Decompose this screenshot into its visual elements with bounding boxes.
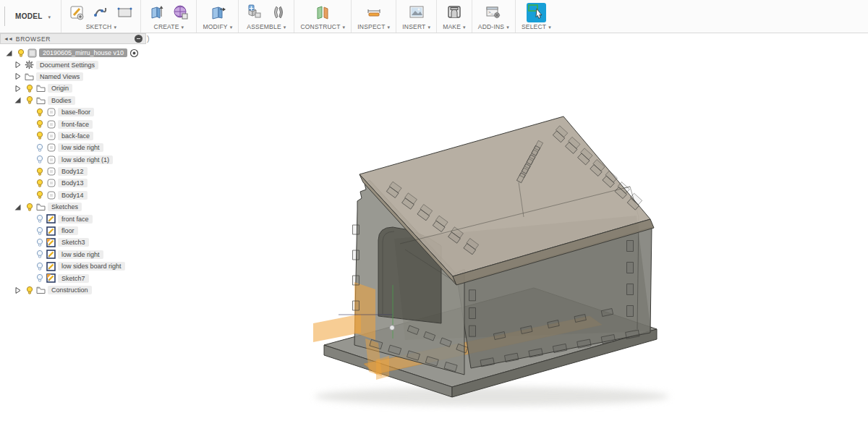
toolbar-group-assemble: ASSEMBLE xyxy=(238,0,294,33)
origin-point[interactable] xyxy=(390,326,395,331)
top-toolbar: MODEL SKETCHCREATEMODIFYASSEMBLECONSTRUC… xyxy=(0,0,868,33)
workspace-dropdown[interactable]: MODEL xyxy=(8,0,61,33)
chevron-down-icon xyxy=(228,23,233,30)
chevron-down-icon xyxy=(461,23,466,30)
attached-canvas-icon[interactable] xyxy=(407,3,426,22)
toolbar-group-construct: CONSTRUCT xyxy=(294,0,351,33)
spline-icon[interactable] xyxy=(91,3,111,22)
viewport-canvas[interactable] xyxy=(0,33,868,434)
construction-plane-icon[interactable] xyxy=(313,3,333,22)
extrude-icon[interactable] xyxy=(147,3,166,22)
press-pull-icon[interactable] xyxy=(208,3,227,22)
toolbar-group-label-assemble[interactable]: ASSEMBLE xyxy=(247,23,286,30)
toolbar-group-sketch: SKETCH xyxy=(61,0,140,33)
three-d-print-icon[interactable] xyxy=(445,3,464,22)
workspace-label: MODEL xyxy=(15,12,43,20)
toolbar-group-label-select[interactable]: SELECT xyxy=(522,23,551,30)
toolbar-group-create: CREATE xyxy=(140,0,196,33)
toolbar-group-label-make[interactable]: MAKE xyxy=(443,23,466,30)
toolbar-group-add-ins: >_ADD-INS xyxy=(472,0,515,33)
toolbar-group-label-inspect[interactable]: INSPECT xyxy=(357,23,390,30)
create-sketch-icon[interactable] xyxy=(67,3,87,22)
ground-shadow xyxy=(315,387,669,406)
chevron-down-icon xyxy=(386,23,391,30)
rectangle-icon[interactable] xyxy=(115,3,135,22)
chevron-down-icon xyxy=(504,23,509,30)
chevron-down-icon xyxy=(179,23,184,30)
scripts-addins-icon[interactable]: >_ xyxy=(484,3,503,22)
toolbar-left-divider xyxy=(4,7,5,26)
chevron-down-icon xyxy=(46,12,51,20)
toolbar-group-make: MAKE xyxy=(436,0,472,33)
toolbar-group-label-create[interactable]: CREATE xyxy=(154,23,184,30)
chevron-down-icon xyxy=(546,23,551,30)
toolbar-group-insert: INSERT xyxy=(396,0,436,33)
chevron-down-icon xyxy=(341,23,346,30)
toolbar-group-label-sketch[interactable]: SKETCH xyxy=(86,23,116,30)
new-component-icon[interactable] xyxy=(244,3,264,22)
chevron-down-icon xyxy=(111,23,116,30)
joint-icon[interactable] xyxy=(268,3,288,22)
select-tool-icon[interactable] xyxy=(527,3,546,22)
toolbar-group-select: SELECT xyxy=(515,0,557,33)
toolbar-group-inspect: INSPECT xyxy=(351,0,396,33)
toolbar-groups: SKETCHCREATEMODIFYASSEMBLECONSTRUCTINSPE… xyxy=(61,0,556,33)
chevron-down-icon xyxy=(281,23,286,30)
toolbar-group-label-insert[interactable]: INSERT xyxy=(402,23,430,30)
svg-text:>_: >_ xyxy=(488,10,494,14)
form-icon[interactable] xyxy=(171,3,190,22)
toolbar-group-modify: MODIFY xyxy=(196,0,238,33)
chevron-down-icon xyxy=(426,23,431,30)
toolbar-group-label-construct[interactable]: CONSTRUCT xyxy=(300,23,345,30)
measure-icon[interactable] xyxy=(364,3,383,22)
toolbar-group-label-modify[interactable]: MODIFY xyxy=(203,23,232,30)
toolbar-group-label-add-ins[interactable]: ADD-INS xyxy=(478,23,509,30)
